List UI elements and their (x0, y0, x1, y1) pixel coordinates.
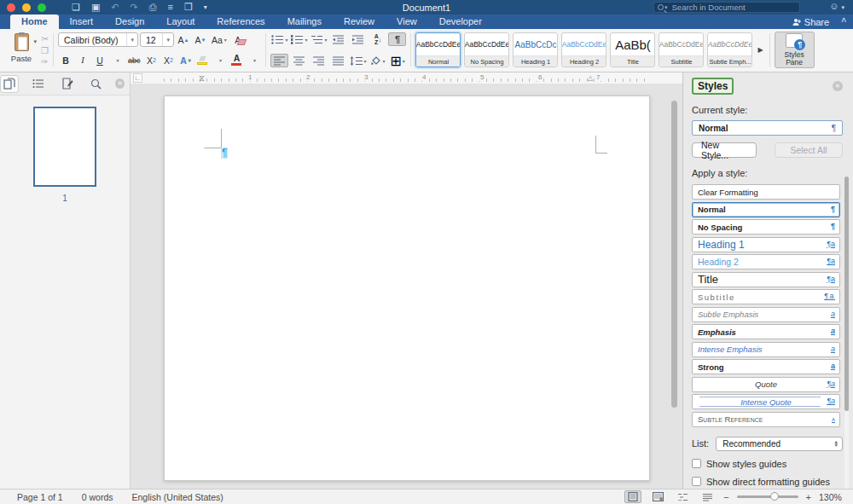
tab-home[interactable]: Home (10, 14, 59, 29)
tab-mailings[interactable]: Mailings (276, 14, 333, 29)
review-pane-tab[interactable] (58, 75, 77, 93)
search-box[interactable]: ▾ (653, 2, 800, 13)
new-document-icon[interactable]: ❏ (72, 0, 80, 14)
font-name-combo[interactable]: Calibri (Body) ▾ (58, 32, 138, 47)
sort-button[interactable]: AZ ↓ (368, 32, 386, 46)
horizontal-ruler[interactable]: ∟ 1 2 3 4 5 6 7 ⧖ △ (131, 72, 682, 84)
font-size-combo[interactable]: 12 ▾ (140, 32, 174, 47)
font-size-caret-icon[interactable]: ▾ (162, 33, 173, 46)
bullets-button[interactable]: ▾ (270, 32, 288, 46)
style-item-title[interactable]: Title¶a (692, 272, 840, 287)
scrollbar-thumb[interactable] (844, 177, 849, 411)
tab-view[interactable]: View (386, 14, 428, 29)
bold-button[interactable]: B (58, 53, 73, 67)
subscript-button[interactable]: X2 (143, 53, 159, 67)
gallery-style-heading-2[interactable]: AaBbCcDdEe Heading 2 (561, 32, 606, 67)
font-name-caret-icon[interactable]: ▾ (126, 33, 137, 46)
scrollbar-thumb[interactable] (671, 101, 677, 408)
align-center-button[interactable] (290, 54, 308, 67)
format-painter-icon[interactable]: ✑ (41, 56, 49, 67)
gallery-overflow-arrow-icon[interactable]: ▶ (756, 46, 764, 54)
multilevel-list-button[interactable]: ▾ (310, 32, 328, 46)
highlight-button[interactable] (194, 53, 210, 67)
print-layout-view-button[interactable] (624, 490, 641, 503)
zoom-slider[interactable] (737, 495, 798, 498)
style-item-subtle-emphasis[interactable]: Subtle Emphasisa (692, 307, 840, 322)
increase-indent-button[interactable] (349, 32, 367, 46)
language-status[interactable]: English (United States) (131, 492, 223, 502)
find-tab[interactable] (86, 75, 105, 93)
grow-font-button[interactable]: A▲ (176, 32, 191, 47)
italic-button[interactable]: I (75, 53, 90, 67)
thumbnails-tab[interactable] (0, 75, 19, 93)
list-filter-dropdown[interactable]: Recommended ▲▼ (716, 437, 843, 451)
undo-icon[interactable]: ↶ (111, 0, 119, 14)
close-sidebar-button[interactable]: ✕ (115, 78, 125, 89)
tab-review[interactable]: Review (333, 14, 386, 29)
tab-selector-icon[interactable]: ∟ (133, 73, 142, 83)
styles-pane-button[interactable]: ¶ Styles Pane (775, 32, 815, 68)
font-color-button[interactable]: A (229, 53, 244, 67)
show-paragraph-marks-button[interactable]: ¶ (388, 32, 406, 46)
show-styles-guides-checkbox[interactable] (692, 459, 701, 468)
print-icon[interactable]: ⎙ (149, 0, 157, 14)
style-item-no-spacing[interactable]: No Spacing¶ (692, 219, 840, 235)
paste-caret-icon[interactable]: ▾ (33, 38, 37, 45)
redo-icon[interactable]: ↷ (131, 0, 138, 14)
page-count-status[interactable]: Page 1 of 1 (17, 492, 63, 502)
style-item-clear-formatting[interactable]: Clear Formatting (692, 184, 840, 200)
style-item-intense-emphasis[interactable]: Intense Emphasisa (692, 342, 840, 357)
gallery-style-subtitle[interactable]: AaBbCcDdEe Subtitle (659, 32, 704, 67)
web-layout-view-button[interactable] (649, 490, 666, 503)
select-all-button[interactable]: Select All (775, 142, 843, 158)
tab-layout[interactable]: Layout (155, 14, 206, 29)
paste-button[interactable]: ▾ Paste (5, 32, 38, 68)
align-right-button[interactable] (310, 54, 328, 67)
document-map-tab[interactable] (29, 75, 48, 93)
zoom-percentage[interactable]: 130% (819, 492, 844, 502)
zoom-slider-knob[interactable] (770, 492, 779, 501)
shading-button[interactable]: ▾ (368, 54, 386, 67)
style-item-strong[interactable]: Stronga (692, 359, 840, 374)
zoom-window-button[interactable] (38, 3, 46, 12)
page-thumbnail[interactable] (33, 107, 96, 187)
open-folder-icon[interactable]: ❒ (184, 0, 193, 14)
zoom-in-button[interactable]: + (806, 492, 811, 502)
copy-icon[interactable]: ❐ (41, 45, 49, 56)
tab-references[interactable]: References (206, 14, 276, 29)
align-left-button[interactable] (270, 54, 288, 67)
style-item-intense-quote[interactable]: Intense Quote¶a (692, 394, 840, 409)
line-spacing-button[interactable]: ▾ (349, 54, 367, 67)
close-styles-pane-button[interactable]: ✕ (833, 81, 843, 91)
font-color-caret-icon[interactable]: ▾ (246, 53, 261, 67)
autoformat-icon[interactable]: ≡ (168, 0, 173, 14)
justify-button[interactable] (329, 54, 347, 67)
tab-insert[interactable]: Insert (59, 14, 105, 29)
underline-button[interactable]: U (92, 53, 107, 67)
indent-marker-right[interactable]: △ (588, 74, 593, 82)
word-count-status[interactable]: 0 words (82, 492, 113, 502)
cut-icon[interactable]: ✂ (41, 33, 49, 44)
gallery-style-subtle-emphasis[interactable]: AaBbCcDdEe Subtle Emph... (707, 32, 752, 67)
highlight-caret-icon[interactable]: ▾ (212, 53, 227, 67)
document-scrollbar[interactable] (671, 101, 677, 408)
gallery-style-heading-1[interactable]: AaBbCcDc Heading 1 (513, 32, 558, 67)
style-item-subtle-reference[interactable]: Subtle Referencea (692, 412, 840, 427)
decrease-indent-button[interactable] (329, 32, 347, 46)
style-item-normal[interactable]: Normal¶ (692, 202, 840, 217)
customize-toolbar-caret-icon[interactable]: ▾ (204, 0, 207, 14)
style-item-heading-2[interactable]: Heading 2¶a (692, 254, 840, 269)
gallery-style-title[interactable]: AaBb( Title (610, 32, 655, 67)
current-style-field[interactable]: Normal ¶ (692, 120, 843, 136)
borders-button[interactable]: ⊞ ▾ (388, 54, 406, 67)
search-input[interactable] (672, 3, 796, 12)
numbering-button[interactable]: ▾ (290, 32, 308, 46)
gallery-style-no-spacing[interactable]: AaBbCcDdEe No Spacing (464, 32, 509, 67)
tab-developer[interactable]: Developer (428, 14, 493, 29)
show-direct-formatting-checkbox[interactable] (692, 477, 701, 486)
new-style-button[interactable]: New Style... (692, 142, 757, 158)
outline-view-button[interactable] (674, 490, 691, 503)
shrink-font-button[interactable]: A▼ (193, 32, 208, 47)
save-icon[interactable]: ▣ (91, 0, 100, 14)
collapse-ribbon-icon[interactable]: ^ (841, 17, 846, 26)
